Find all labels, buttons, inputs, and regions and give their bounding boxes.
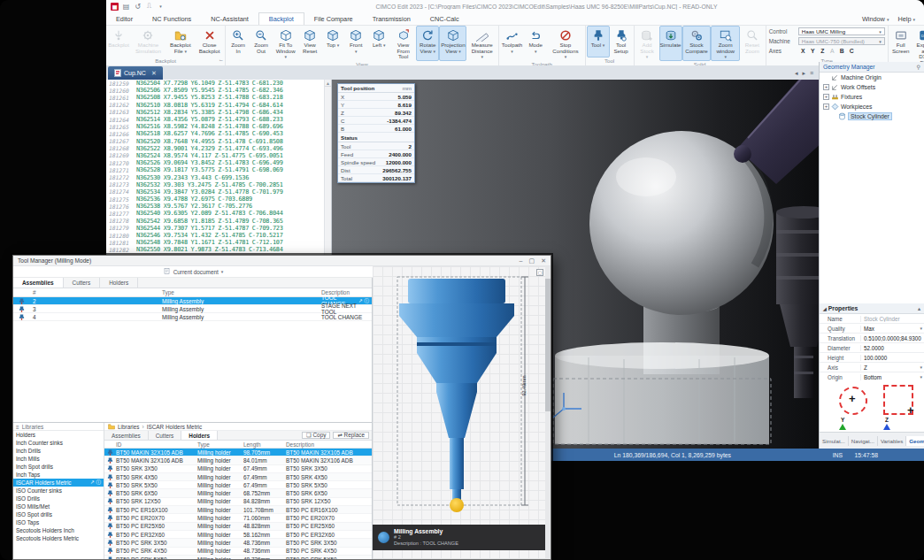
holders-tab-holders[interactable]: Holders <box>181 431 218 440</box>
tool-preview-viewport[interactable]: ▢ <box>373 266 551 559</box>
property-row-height[interactable]: Height100.0000 <box>820 353 924 363</box>
menu-tab-nc-assistant[interactable]: NC-Assistant <box>201 12 258 25</box>
ribbon-button-stock-compare[interactable]: Stock Compare <box>682 26 712 61</box>
maximize-icon[interactable]: ▢ <box>529 257 535 265</box>
code-line[interactable]: 181282N362550 X9.8021 Y.9873 Z-51.4783 C… <box>106 246 331 253</box>
ribbon-button-stop-conditions[interactable]: Stop Conditions ▾ <box>547 26 583 61</box>
tree-item-stock-cylinder[interactable]: Stock Cylinder <box>820 111 924 121</box>
axis-toggle-x[interactable]: X <box>798 48 808 54</box>
menu-tab-editor[interactable]: Editor <box>106 12 142 25</box>
property-row-axis[interactable]: AxisZ▾ <box>820 363 924 372</box>
tab-scroll-right-icon[interactable]: ▸ <box>802 70 805 77</box>
code-line[interactable]: 181268N362522 X8.9001 Y4.2329 Z-51.4774 … <box>106 145 331 152</box>
assembly-row[interactable]: 4Milling AssemblyTOOL CHANGE <box>13 313 372 321</box>
code-line[interactable]: 181271N362528 X9.1817 Y3.5775 Z-51.4791 … <box>106 166 331 173</box>
copy-button[interactable]: ❏ Copy <box>302 432 330 439</box>
expand-icon[interactable]: + <box>823 94 829 100</box>
code-line[interactable]: 181277N362540 X9.6305 Y2.089 Z-51.4783 C… <box>106 210 331 217</box>
dock-tab-variables[interactable]: Variables <box>878 436 906 446</box>
code-line[interactable]: 181267N362520 X8.7648 Y4.4955 Z-51.478 C… <box>106 138 331 145</box>
holder-row[interactable]: BT50 PC SRK 5X50Milling holder48.736mmBT… <box>104 556 372 559</box>
holder-row[interactable]: BT50 PC SRK 4X50Milling holder48.736mmBT… <box>104 548 372 556</box>
library-item-iso-mills-met[interactable]: ISO Mills/Met <box>13 502 104 510</box>
print-icon[interactable]: ⎍ <box>145 3 153 11</box>
library-item-holders[interactable]: Holders <box>13 431 104 439</box>
library-item-iso-drills[interactable]: ISO Drills <box>13 495 104 502</box>
menu-tab-transmission[interactable]: Transmission <box>363 12 420 25</box>
axis-toggle-y[interactable]: Y <box>808 48 818 54</box>
ribbon-button-projection-view[interactable]: Projection View ▾ <box>439 26 466 61</box>
code-line[interactable]: 181269N362524 X8.9574 Y4.117 Z-51.4775 C… <box>106 152 331 159</box>
menu-help[interactable]: Help ▾ <box>897 15 915 23</box>
current-document-selector[interactable]: Current document ▾ <box>13 266 373 278</box>
ribbon-button-tool[interactable]: Tool ▾ <box>587 26 610 58</box>
property-row-diameter[interactable]: Diameter52.0000 <box>820 343 924 353</box>
library-item-inch-drills[interactable]: Inch Drills <box>13 447 104 455</box>
pin-icon[interactable]: ⚲ <box>917 64 920 70</box>
control-select[interactable]: Haas UMC Milling▾ <box>798 27 885 35</box>
library-item-inch-counter-sinks[interactable]: Inch Counter sinks <box>13 439 104 447</box>
code-line[interactable]: 181280N362546 X9.7534 Y1.432 Z-51.4785 C… <box>106 232 331 239</box>
tab-scroll-left-icon[interactable]: ◂ <box>795 70 798 77</box>
axis-toggle-c[interactable]: C <box>847 48 857 54</box>
close-tab-icon[interactable]: ✕ <box>151 70 157 77</box>
holders-tab-assemblies[interactable]: Assemblies <box>104 431 149 440</box>
ribbon-button-front[interactable]: Front ▾ <box>344 26 367 61</box>
menu-tab-backplot[interactable]: Backplot <box>258 12 304 25</box>
ribbon-button-view-from-tool[interactable]: View From Tool <box>390 26 416 61</box>
code-line[interactable]: 181272N362530 X9.2343 Y3.443 C-699.1536 <box>106 173 331 180</box>
tree-item-work-offsets[interactable]: +Work Offsets <box>820 82 924 92</box>
caret-down-icon[interactable]: ▾ <box>157 3 165 11</box>
axis-toggle-a[interactable]: A <box>828 48 837 54</box>
holder-row[interactable]: BT50 PC ER32X60Milling holder58.162mmBT5… <box>104 531 372 539</box>
ribbon-button-mode[interactable]: Mode ▾ <box>524 26 547 61</box>
holder-row[interactable]: BT50 PC ER25X60Milling holder48.828mmBT5… <box>104 523 372 531</box>
dock-tab-navigat[interactable]: Navigat... <box>849 436 878 446</box>
scroll-up-icon[interactable]: ▲ <box>325 80 331 87</box>
ribbon-button-left[interactable]: Left ▾ <box>367 26 390 61</box>
save-icon[interactable]: ▤ <box>122 3 130 11</box>
tree-item-machine-origin[interactable]: Machine Origin <box>820 73 924 82</box>
menu-tab-cnc-calc[interactable]: CNC-Calc <box>420 12 469 25</box>
breadcrumb[interactable]: Libraries › ISCAR Holders Metric <box>104 423 372 431</box>
ribbon-button-zoom-in[interactable]: Zoom In <box>227 26 250 61</box>
code-line[interactable]: 181279N362544 X9.7307 Y1.5717 Z-51.4787 … <box>106 225 331 232</box>
dialog-launcher-icon[interactable]: ⌙ <box>219 58 223 63</box>
library-item-inch-mills[interactable]: Inch Mills <box>13 455 104 463</box>
minimize-icon[interactable]: – <box>520 257 523 265</box>
ribbon-button-toolpath[interactable]: Toolpath ▾ <box>500 26 524 61</box>
menu-icon[interactable]: ≡ <box>16 424 19 430</box>
holders-tab-cutters[interactable]: Cutters <box>149 431 182 440</box>
holder-row[interactable]: BT50 SRK 4X50Milling holder67.49mmBT50 S… <box>104 473 372 481</box>
property-row-quality[interactable]: QualityMax▾ <box>820 324 924 334</box>
holder-row[interactable]: BT50 PC ER16X100Milling holder101.708mmB… <box>104 506 372 514</box>
code-line[interactable]: 181260N362506 X7.8509 Y5.9545 Z-51.4785 … <box>106 87 331 94</box>
ribbon-button-close-backplot[interactable]: Close Backplot <box>195 26 224 58</box>
code-line[interactable]: 181259N362504 X7.7298 Y6.1049 Z-51.4783 … <box>106 80 331 87</box>
code-line[interactable]: 181266N362518 X8.6257 Y4.7696 Z-51.4785 … <box>106 130 331 137</box>
code-line[interactable]: 181263N362512 X8.2834 Y5.3385 Z-51.4798 … <box>106 109 331 116</box>
code-line[interactable]: 181270N362526 X9.0694 Y3.8452 Z-51.4783 … <box>106 159 331 166</box>
ribbon-button-view-reset[interactable]: View Reset <box>298 26 321 61</box>
info-icon[interactable]: ⓘ <box>96 479 102 486</box>
code-line[interactable]: 181276N362538 X9.5767 Y2.3617 C-705.2776 <box>106 203 331 210</box>
tm-tab-holders[interactable]: Holders <box>100 278 138 288</box>
tm-tab-assemblies[interactable]: Assemblies <box>13 278 64 288</box>
library-item-iso-taps[interactable]: ISO Taps <box>13 518 104 526</box>
menu-tab-nc-functions[interactable]: NC Functions <box>142 12 201 25</box>
tm-tab-cutters[interactable]: Cutters <box>64 278 101 288</box>
holder-row[interactable]: BT50 SRK 12X50Milling holder84.828mmBT50… <box>104 498 372 506</box>
holder-row[interactable]: BT50 SRK 6X50Milling holder68.752mmBT50 … <box>104 489 372 497</box>
code-line[interactable]: 181278N362542 X9.6858 Y1.8185 Z-51.4789 … <box>106 218 331 225</box>
tree-item-fixtures[interactable]: +Fixtures <box>820 92 924 102</box>
library-item-inch-spot-drills[interactable]: Inch Spot drills <box>13 463 104 471</box>
close-icon[interactable]: ✕ <box>541 257 546 265</box>
ribbon-button-fit-to-window[interactable]: Fit To Window ▾ <box>273 26 298 61</box>
ribbon-button-simulate[interactable]: Simulate <box>659 26 682 61</box>
library-item-secotools-holders-inch[interactable]: Secotools Holders Inch <box>13 526 104 534</box>
tree-item-workpieces[interactable]: +Workpieces <box>820 102 924 111</box>
ribbon-button-zoom-out[interactable]: Zoom Out <box>250 26 273 61</box>
holder-row[interactable]: BT50 SRK 5X50Milling holder67.49mmBT50 S… <box>104 481 372 489</box>
axis-toggle-z[interactable]: Z <box>818 48 828 54</box>
menu-tab-file-compare[interactable]: File Compare <box>304 12 363 25</box>
